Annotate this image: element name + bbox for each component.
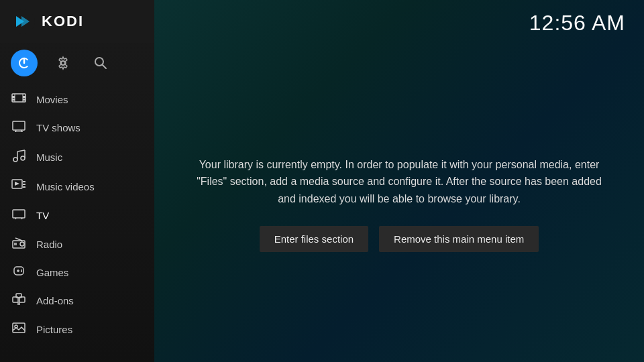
- svg-rect-29: [13, 210, 25, 218]
- sidebar-item-musicvideos[interactable]: Music videos: [0, 172, 154, 201]
- content-area: Your library is currently empty. In orde…: [154, 46, 644, 362]
- sidebar-item-games[interactable]: Games: [0, 259, 154, 286]
- sidebar-item-movies[interactable]: Movies: [0, 86, 154, 113]
- remove-menu-item-button[interactable]: Remove this main menu item: [379, 226, 539, 252]
- action-buttons: Enter files section Remove this main men…: [260, 226, 539, 252]
- svg-rect-47: [13, 323, 25, 333]
- games-label: Games: [36, 267, 68, 278]
- app-title: KODI: [42, 13, 84, 30]
- svg-rect-14: [23, 99, 25, 101]
- svg-rect-15: [13, 121, 25, 130]
- musicvideos-icon: [11, 179, 27, 194]
- svg-line-7: [103, 65, 107, 69]
- sidebar-actions: [0, 43, 154, 83]
- search-button[interactable]: [89, 51, 113, 75]
- pictures-label: Pictures: [36, 324, 72, 335]
- top-bar: 12:56 AM: [154, 0, 644, 46]
- pictures-icon: [11, 322, 27, 337]
- svg-line-23: [17, 150, 25, 152]
- music-icon: [11, 149, 27, 166]
- power-icon: [17, 56, 31, 70]
- svg-line-30: [15, 218, 16, 219]
- addons-label: Add-ons: [36, 295, 74, 306]
- app-header: KODI: [0, 0, 154, 43]
- sidebar-item-music[interactable]: Music: [0, 142, 154, 172]
- svg-line-31: [21, 218, 22, 219]
- empty-library-message: Your library is currently empty. In orde…: [195, 156, 604, 208]
- settings-button[interactable]: [51, 51, 75, 75]
- nav-menu: Movies TV shows Music Music videos TV: [0, 86, 154, 344]
- musicvideos-label: Music videos: [36, 181, 95, 192]
- gear-icon: [56, 56, 70, 70]
- svg-point-20: [21, 156, 25, 160]
- svg-rect-12: [23, 96, 25, 98]
- svg-point-41: [21, 271, 22, 272]
- svg-rect-13: [12, 99, 15, 101]
- power-button[interactable]: [11, 50, 38, 76]
- tv-label: TV: [36, 210, 49, 221]
- svg-rect-26: [23, 181, 25, 182]
- addons-icon: [11, 293, 27, 308]
- movies-icon: [11, 93, 27, 107]
- games-icon: [11, 265, 27, 280]
- sidebar-item-addons[interactable]: Add-ons: [0, 286, 154, 315]
- tvshows-label: TV shows: [36, 122, 80, 133]
- search-icon: [93, 56, 108, 70]
- sidebar: KODI Movies: [0, 0, 154, 362]
- svg-point-19: [13, 158, 17, 162]
- radio-icon: [11, 237, 27, 252]
- svg-point-33: [20, 242, 24, 246]
- clock: 12:56 AM: [529, 11, 625, 36]
- svg-point-40: [21, 269, 22, 271]
- svg-rect-11: [12, 96, 15, 98]
- radio-label: Radio: [36, 239, 62, 250]
- sidebar-item-pictures[interactable]: Pictures: [0, 315, 154, 344]
- sidebar-item-tv[interactable]: TV: [0, 201, 154, 230]
- sidebar-item-radio[interactable]: Radio: [0, 230, 154, 259]
- main-content: 12:56 AM Your library is currently empty…: [154, 0, 644, 362]
- tvshows-icon: [11, 120, 27, 135]
- svg-rect-28: [23, 186, 25, 188]
- svg-rect-27: [23, 184, 25, 185]
- movies-label: Movies: [36, 94, 68, 105]
- kodi-logo-icon: [11, 9, 35, 34]
- enter-files-button[interactable]: Enter files section: [260, 226, 368, 252]
- tv-icon: [11, 208, 27, 223]
- music-label: Music: [36, 152, 62, 163]
- svg-marker-25: [15, 182, 19, 186]
- sidebar-item-tvshows[interactable]: TV shows: [0, 113, 154, 142]
- svg-point-5: [61, 61, 65, 65]
